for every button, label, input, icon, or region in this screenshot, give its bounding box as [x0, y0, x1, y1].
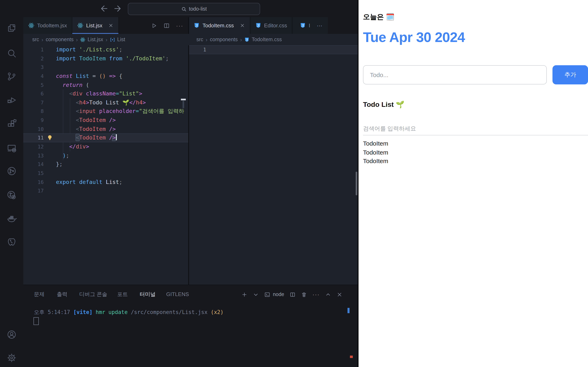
- tab-todoitem-jsx[interactable]: TodoItem.jsx: [23, 17, 72, 34]
- sidebar-explorer-icon[interactable]: [7, 23, 17, 33]
- panel-tab-5[interactable]: 터미널: [140, 289, 156, 300]
- code-line-1[interactable]: 1: [189, 45, 358, 54]
- sidebar-search-icon[interactable]: [7, 48, 17, 58]
- code-line-16[interactable]: 16export default List;: [23, 178, 188, 186]
- sidebar-settings-icon[interactable]: [7, 353, 17, 363]
- sidebar-run-debug-icon[interactable]: [7, 95, 17, 105]
- code-text: };: [56, 160, 63, 169]
- line-number: 10: [23, 125, 44, 133]
- scrollbar-thumb-vertical[interactable]: [356, 172, 357, 195]
- todo-input-row: 추가: [363, 65, 588, 84]
- tab-todoitem-css[interactable]: TodoItem.css: [189, 17, 250, 34]
- file-type-react-icon: [28, 22, 34, 29]
- code-line-8[interactable]: 8 <input placeholder="검색어를 입력하: [23, 107, 188, 116]
- terminal-shell-icon[interactable]: [264, 291, 270, 298]
- terminal-scroll-decoration: [347, 308, 350, 313]
- terminal-panel: 문제출력디버그 콘솔포트터미널GITLENS node ··· 오후 5:14:…: [23, 285, 358, 367]
- lightbulb-icon[interactable]: [44, 133, 56, 142]
- breadcrumb-item-components[interactable]: components: [210, 37, 238, 42]
- tab-label: Editor.css: [264, 22, 287, 29]
- breadcrumb-item-list-jsx[interactable]: List.jsx: [80, 37, 103, 42]
- breadcrumb-item-list[interactable]: List: [110, 37, 125, 42]
- breadcrumb-item-todoitem-css[interactable]: TodoItem.css: [244, 37, 282, 42]
- code-text: <h4>Todo List 🌱</h4>: [56, 98, 146, 107]
- more-tabs-icon[interactable]: ⋯: [317, 22, 323, 29]
- sidebar-share-icon[interactable]: [7, 166, 17, 176]
- nav-forward-icon[interactable]: [113, 4, 122, 13]
- command-center-search[interactable]: todo-list: [128, 3, 260, 15]
- nav-back-icon[interactable]: [99, 4, 109, 13]
- panel-tab-1[interactable]: 문제: [34, 289, 44, 300]
- code-line-9[interactable]: 9 <TodoItem />: [23, 116, 188, 125]
- date-heading: Tue Apr 30 2024: [363, 29, 465, 45]
- overview-ruler-mark: [181, 99, 186, 100]
- sidebar-remote-icon[interactable]: [7, 143, 17, 153]
- code-line-13[interactable]: 13 );: [23, 151, 188, 160]
- tab-i[interactable]: I⋯: [292, 17, 328, 34]
- vscode-window: todo-list TodoItem.jsxList.jsx ··· TodoI…: [0, 0, 588, 367]
- code-line-10[interactable]: 10 <TodoItem />: [23, 125, 188, 133]
- gutter-spacer: [44, 187, 56, 195]
- chevron-down-icon[interactable]: [253, 291, 259, 298]
- breadcrumb-item-src[interactable]: src: [32, 37, 39, 42]
- code-line-6[interactable]: 6 <div className="List">: [23, 89, 188, 98]
- kill-terminal-icon[interactable]: [301, 291, 307, 298]
- code-line-7[interactable]: 7 <h4>Todo List 🌱</h4>: [23, 98, 188, 107]
- breadcrumb-separator: ›: [76, 36, 78, 43]
- sidebar-gitlens-icon[interactable]: [7, 190, 17, 200]
- tab-list-jsx[interactable]: List.jsx: [72, 17, 119, 34]
- chevron-up-icon[interactable]: [325, 291, 331, 298]
- code-line-12[interactable]: 12 </div>: [23, 142, 188, 151]
- todo-list-item: TodoItem: [363, 148, 388, 157]
- code-text: <TodoItem />: [56, 133, 117, 142]
- sidebar-postgres-icon[interactable]: [7, 237, 17, 247]
- close-tab-icon[interactable]: [108, 23, 113, 28]
- code-line-11[interactable]: 11 <TodoItem />: [23, 133, 188, 142]
- breadcrumb-separator: ›: [105, 36, 107, 43]
- browser-preview: 오늘은 🗓️ Tue Apr 30 2024 추가 Todo List 🌱 To…: [358, 0, 588, 367]
- tab-label: TodoItem.jsx: [37, 22, 67, 29]
- terminal-shell-label[interactable]: node: [273, 292, 284, 297]
- code-line-17[interactable]: 17: [23, 187, 188, 195]
- close-panel-icon[interactable]: [337, 291, 343, 298]
- panel-tab-3[interactable]: 디버그 콘솔: [79, 289, 107, 300]
- line-number: 8: [23, 107, 44, 116]
- code-line-14[interactable]: 14};: [23, 160, 188, 169]
- code-line-5[interactable]: 5 return (: [23, 81, 188, 89]
- todo-input[interactable]: [363, 65, 547, 84]
- split-terminal-icon[interactable]: [290, 291, 296, 298]
- activity-bar: [0, 0, 23, 367]
- code-text: export default List;: [56, 178, 122, 186]
- scrollbar-stub[interactable]: [182, 101, 184, 108]
- split-editor-icon[interactable]: [163, 22, 170, 29]
- code-text: import './List.css';: [56, 45, 122, 54]
- code-line-3[interactable]: 3: [23, 63, 188, 72]
- gutter-spacer: [44, 63, 56, 72]
- run-icon[interactable]: [151, 22, 157, 29]
- code-line-1[interactable]: 1import './List.css';: [23, 45, 188, 54]
- todo-list-title: Todo List 🌱: [363, 100, 404, 109]
- more-actions-icon[interactable]: ···: [176, 22, 183, 29]
- new-terminal-icon[interactable]: [241, 291, 247, 298]
- code-editor-todoitem-css[interactable]: 1: [189, 45, 358, 285]
- panel-tab-6[interactable]: GITLENS: [166, 289, 189, 300]
- breadcrumb-css-icon: [244, 37, 250, 42]
- panel-tab-2[interactable]: 출력: [57, 289, 67, 300]
- sidebar-account-icon[interactable]: [7, 329, 17, 340]
- add-button[interactable]: 추가: [553, 65, 588, 84]
- code-editor-list-jsx[interactable]: 1import './List.css';2import TodoItem fr…: [23, 45, 188, 285]
- todo-search-input[interactable]: [363, 122, 588, 135]
- panel-more-icon[interactable]: ···: [312, 291, 320, 298]
- panel-tab-4[interactable]: 포트: [117, 289, 128, 300]
- sidebar-extensions-icon[interactable]: [7, 119, 17, 129]
- tab-editor-css[interactable]: Editor.css: [250, 17, 292, 34]
- code-text: <TodoItem />: [56, 116, 116, 125]
- close-tab-icon[interactable]: [240, 23, 245, 28]
- breadcrumb-item-components[interactable]: components: [46, 37, 73, 42]
- code-line-2[interactable]: 2import TodoItem from './TodoItem';: [23, 54, 188, 63]
- sidebar-docker-icon[interactable]: [7, 213, 17, 224]
- code-line-15[interactable]: 15: [23, 169, 188, 178]
- breadcrumb-item-src[interactable]: src: [196, 37, 203, 42]
- sidebar-source-control-icon[interactable]: [7, 71, 17, 82]
- code-line-4[interactable]: 4const List = () => {: [23, 72, 188, 81]
